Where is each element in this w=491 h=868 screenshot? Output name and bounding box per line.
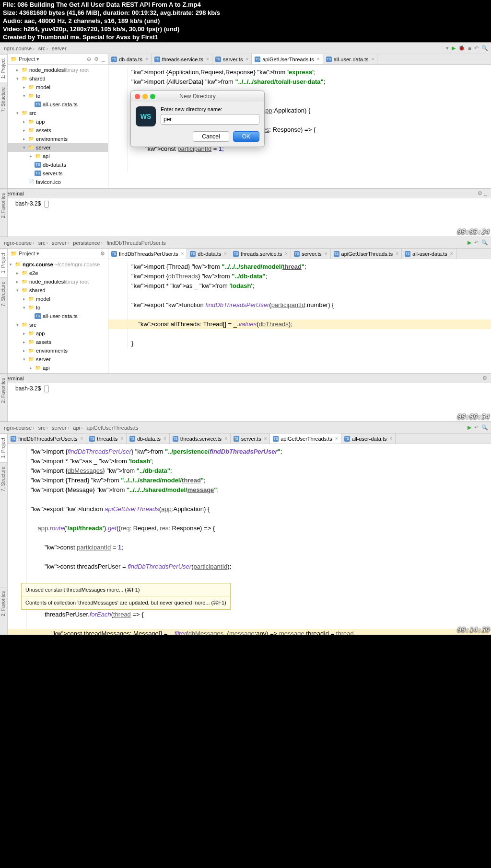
file-tree[interactable]: ▾📁ngrx-course ~/code/ngrx-course ▸📁e2e▸📁… [8,259,108,373]
tab-structure[interactable]: 7: Structure [0,83,7,116]
tree-item[interactable]: ▸📁model [8,295,108,303]
gear-icon[interactable]: ⚙ [100,251,105,257]
editor-tab[interactable]: TSthreads.service.ts× [152,54,212,64]
editor-tab[interactable]: TSall-user-data.ts× [402,249,456,259]
stop-icon[interactable]: ■ [468,46,471,51]
tree-item[interactable]: ▸📁assets [8,126,108,135]
undo-icon[interactable]: ↶ [474,240,479,246]
debug-icon[interactable]: 🐞 [458,45,465,51]
breadcrumb-item[interactable]: apiGetUserThreads.ts [86,425,140,431]
close-icon[interactable]: × [450,251,453,256]
editor-tab[interactable]: TSthread.ts× [86,434,127,444]
project-dropdown[interactable]: 📁 Project ▾ [11,56,39,62]
close-icon[interactable]: × [264,436,267,441]
run-icon[interactable]: ▾ [446,45,449,51]
gear-icon[interactable]: ⚙ [478,190,482,196]
directory-name-input[interactable] [161,114,259,125]
close-icon[interactable]: × [335,436,338,441]
tab-favorites[interactable]: 2: Favorites [0,587,7,620]
editor-tab[interactable]: TSthreads.service.ts× [230,249,291,259]
tree-item[interactable]: ▾📁src [8,320,108,329]
undo-icon[interactable]: ↶ [474,45,479,51]
tab-favorites[interactable]: 2: Favorites [0,189,7,222]
close-icon[interactable]: × [145,57,148,62]
undo-icon[interactable]: ↶ [474,424,479,431]
tree-item[interactable]: 📄index.html [8,186,108,188]
tree-item[interactable]: TSall-user-data.ts [8,312,108,320]
tree-item[interactable]: ▾📁to [8,91,108,100]
tree-item[interactable]: ▾📁to [8,303,108,312]
close-icon[interactable]: × [120,436,123,441]
minimize-icon[interactable] [142,94,148,99]
project-dropdown[interactable]: 📁 Project ▾ [11,251,39,257]
search-icon[interactable]: 🔍 [481,424,488,431]
close-icon[interactable]: × [206,57,209,62]
terminal-content[interactable]: bash-3.2$ [12,383,491,422]
breadcrumb-item[interactable]: src [37,46,50,51]
editor-tab[interactable]: TSdb-data.ts× [127,434,170,444]
toolbar-actions[interactable]: ▶ ↶ 🔍 [468,424,488,431]
tool-window-tabs[interactable]: 1: Project 7: Structure [0,54,8,188]
editor-tab[interactable]: TSapiGetUserThreads.ts× [270,434,341,444]
tab-project[interactable]: 1: Project [0,249,7,277]
editor-tab[interactable]: TSapiGetUserThreads.ts× [331,249,402,259]
tree-item[interactable]: ▸📁node_modules library root [8,66,108,74]
inspection-tooltip[interactable]: Unused constant threadMessages more... (… [21,583,231,610]
editor-tab[interactable]: TSapiGetUserThreads.ts× [252,54,323,64]
search-icon[interactable]: 🔍 [481,240,488,246]
tree-item[interactable]: ▸📁environments [8,346,108,355]
tab-structure[interactable]: 7: Structure [0,462,7,495]
editor-tab[interactable]: TSfindDbThreadsPerUser.ts× [8,434,86,444]
editor-tab[interactable]: TSserver.ts× [212,54,252,64]
breadcrumb-item[interactable]: ngrx-course [3,425,36,431]
editor-tab[interactable]: TSdb-data.ts× [108,54,152,64]
collapse-icon[interactable]: ⊖ [87,56,91,62]
tab-project[interactable]: 1: Project [0,54,7,82]
editor-tabs[interactable]: TSdb-data.ts×TSthreads.service.ts×TSserv… [108,54,491,65]
tree-item[interactable]: TSserver.ts [8,169,108,178]
zoom-icon[interactable] [150,94,155,99]
tree-item[interactable]: ▾📁server [8,355,108,364]
tree-item[interactable]: ▾📁src [8,109,108,117]
editor-tab[interactable]: TSall-user-data.ts× [323,54,378,64]
toolbar-actions[interactable]: ▶ ↶ 🔍 [468,240,488,246]
editor-tab[interactable]: TSserver.ts× [291,249,330,259]
breadcrumb-item[interactable]: server [51,240,71,246]
cancel-button[interactable]: Cancel [193,131,229,142]
terminal-content[interactable]: bash-3.2$ [12,198,491,237]
gear-icon[interactable]: ⚙ [482,375,487,381]
breadcrumb-item[interactable]: server [51,425,71,431]
code-editor[interactable]: "kw">import {Thread} "kw">from "../../..… [108,259,491,373]
editor-tab[interactable]: TSserver.ts× [231,434,270,444]
close-icon[interactable]: × [389,436,392,441]
search-icon[interactable]: 🔍 [481,45,488,51]
editor-tab[interactable]: TSthreads.service.ts× [170,434,231,444]
editor-tab[interactable]: TSdb-data.ts× [187,249,230,259]
breadcrumb-item[interactable]: api [72,425,84,431]
toolbar-actions[interactable]: ▾ ▶ 🐞 ■ ↶ 🔍 [446,45,488,51]
tab-favorites[interactable]: 2: Favorites [0,374,7,407]
tree-item[interactable]: ▸📁api [8,364,108,372]
tree-item[interactable]: ▸📁node_modules library root [8,277,108,286]
close-icon[interactable]: × [246,57,248,62]
editor-tab[interactable]: TSall-user-data.ts× [341,434,396,444]
tree-item[interactable]: ▸📁assets [8,338,108,346]
breadcrumb-item[interactable]: src [37,240,50,246]
breadcrumb-item[interactable]: ngrx-course [3,240,36,246]
tree-item[interactable]: ▸📁api [8,152,108,160]
close-icon[interactable] [135,94,140,99]
close-icon[interactable]: × [317,57,320,62]
tree-item[interactable]: ▾📁shared [8,74,108,83]
ok-button[interactable]: OK [233,131,259,142]
tree-item[interactable]: ▸📁e2e [8,269,108,277]
close-icon[interactable]: × [285,251,288,256]
close-icon[interactable]: × [164,436,166,441]
breadcrumb-item[interactable]: server [51,46,68,51]
tree-item[interactable]: ▸📁app [8,329,108,338]
tree-item[interactable]: ▸📁app [8,117,108,126]
close-icon[interactable]: × [224,251,227,256]
tab-project[interactable]: 1: Project [0,434,7,462]
breadcrumb-item[interactable]: ngrx-course [3,46,36,51]
tree-item[interactable]: 📄favicon.ico [8,178,108,186]
editor-tab[interactable]: TSfindDbThreadsPerUser.ts× [108,249,187,259]
